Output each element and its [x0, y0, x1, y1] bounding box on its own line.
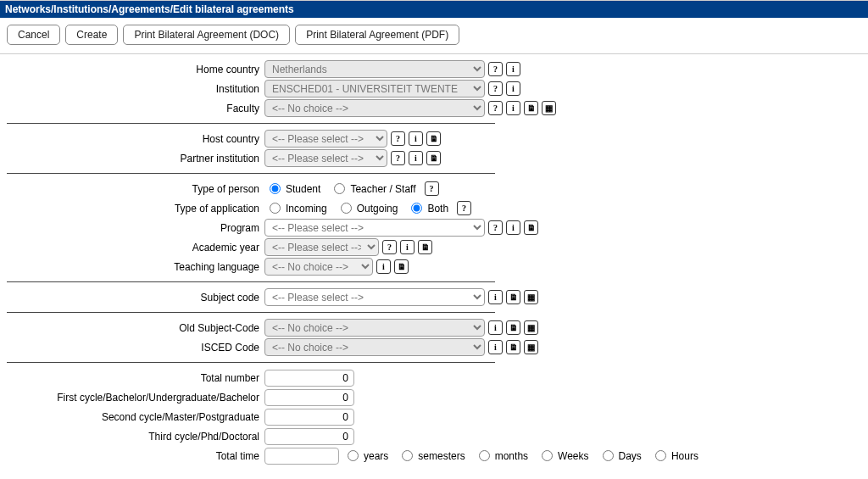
form-area: Home country Netherlands ? i Institution… — [0, 54, 868, 479]
help-icon[interactable]: ? — [382, 240, 397, 254]
radio-both[interactable] — [411, 203, 422, 214]
academic-year-select[interactable]: <-- Please select --> — [264, 238, 379, 256]
doc-icon[interactable]: 🗎 — [524, 220, 538, 235]
doc-icon[interactable]: 🗎 — [506, 290, 520, 304]
radio-label-outgoing: Outgoing — [357, 203, 398, 214]
info-icon[interactable]: i — [409, 131, 423, 146]
host-country-select[interactable]: <-- Please select --> — [264, 130, 387, 148]
radio-label-years: years — [364, 450, 388, 462]
radio-label-incoming: Incoming — [286, 203, 327, 214]
create-button[interactable]: Create — [65, 25, 118, 45]
label-program: Program — [3, 222, 264, 234]
label-total-number: Total number — [3, 372, 264, 384]
list-icon[interactable]: ▦ — [542, 101, 556, 115]
doc-icon[interactable]: 🗎 — [426, 151, 441, 165]
separator — [7, 362, 495, 363]
radio-weeks[interactable] — [542, 450, 553, 461]
help-icon[interactable]: ? — [457, 201, 471, 215]
radio-label-both: Both — [427, 203, 448, 214]
doc-icon[interactable]: 🗎 — [524, 101, 538, 115]
label-second-cycle: Second cycle/Master/Postgraduate — [3, 411, 264, 423]
info-icon[interactable]: i — [376, 259, 391, 274]
info-icon[interactable]: i — [488, 340, 503, 354]
help-icon[interactable]: ? — [391, 131, 405, 146]
label-host-country: Host country — [3, 133, 264, 145]
info-icon[interactable]: i — [506, 62, 520, 76]
doc-icon[interactable]: 🗎 — [394, 259, 409, 274]
partner-institution-select[interactable]: <-- Please select --> — [264, 149, 387, 167]
institution-select[interactable]: ENSCHED01 - UNIVERSITEIT TWENTE — [264, 80, 485, 97]
info-icon[interactable]: i — [488, 320, 503, 335]
cancel-button[interactable]: Cancel — [7, 25, 60, 45]
help-icon[interactable]: ? — [425, 181, 439, 196]
radio-student[interactable] — [270, 183, 281, 194]
label-partner-institution: Partner institution — [3, 153, 264, 164]
subject-code-select[interactable]: <-- Please select --> — [264, 288, 485, 306]
info-icon[interactable]: i — [488, 290, 503, 304]
label-type-of-application: Type of application — [3, 203, 264, 214]
print-doc-button[interactable]: Print Bilateral Agreement (DOC) — [123, 25, 290, 45]
radio-months[interactable] — [479, 450, 490, 461]
radio-label-days: Days — [619, 450, 642, 462]
program-select[interactable]: <-- Please select --> — [264, 219, 485, 237]
info-icon[interactable]: i — [506, 81, 520, 96]
total-number-input[interactable] — [264, 370, 354, 387]
radio-label-teacher: Teacher / Staff — [350, 183, 415, 195]
label-type-of-person: Type of person — [3, 183, 264, 195]
separator — [7, 173, 495, 174]
first-cycle-input[interactable] — [264, 389, 354, 406]
radio-semesters[interactable] — [402, 450, 413, 461]
list-icon[interactable]: ▦ — [524, 340, 538, 354]
radio-label-weeks: Weeks — [558, 450, 588, 462]
separator — [7, 123, 495, 124]
help-icon[interactable]: ? — [391, 151, 405, 165]
label-home-country: Home country — [3, 64, 264, 75]
label-academic-year: Academic year — [3, 242, 264, 253]
radio-teacher[interactable] — [334, 183, 345, 194]
teaching-language-select[interactable]: <-- No choice --> — [264, 258, 373, 276]
print-pdf-button[interactable]: Print Bilateral Agreement (PDF) — [295, 25, 459, 45]
isced-code-select[interactable]: <-- No choice --> — [264, 338, 485, 356]
radio-label-semesters: semesters — [418, 450, 465, 462]
label-subject-code: Subject code — [3, 292, 264, 304]
help-icon[interactable]: ? — [488, 62, 503, 76]
radio-outgoing[interactable] — [341, 203, 352, 214]
label-third-cycle: Third cycle/Phd/Doctoral — [3, 431, 264, 443]
radio-label-student: Student — [286, 183, 320, 195]
doc-icon[interactable]: 🗎 — [418, 240, 432, 254]
third-cycle-input[interactable] — [264, 428, 354, 445]
total-time-input[interactable] — [264, 448, 339, 465]
label-teaching-language: Teaching language — [3, 261, 264, 273]
info-icon[interactable]: i — [400, 240, 415, 254]
radio-years[interactable] — [348, 450, 359, 461]
label-first-cycle: First cycle/Bachelor/Undergraduate/Bache… — [3, 392, 264, 404]
info-icon[interactable]: i — [506, 220, 520, 235]
doc-icon[interactable]: 🗎 — [426, 131, 441, 146]
radio-hours[interactable] — [655, 450, 666, 461]
toolbar: Cancel Create Print Bilateral Agreement … — [0, 18, 868, 54]
radio-label-months: months — [495, 450, 528, 462]
info-icon[interactable]: i — [506, 101, 520, 115]
separator — [7, 312, 495, 313]
label-institution: Institution — [3, 83, 264, 95]
home-country-select[interactable]: Netherlands — [264, 60, 485, 78]
faculty-select[interactable]: <-- No choice --> — [264, 99, 485, 117]
second-cycle-input[interactable] — [264, 409, 354, 426]
radio-label-hours: Hours — [671, 450, 698, 462]
old-subject-code-select[interactable]: <-- No choice --> — [264, 319, 485, 337]
label-faculty: Faculty — [3, 103, 264, 114]
label-old-subject-code: Old Subject-Code — [3, 322, 264, 334]
doc-icon[interactable]: 🗎 — [506, 320, 520, 335]
breadcrumb: Networks/Institutions/Agreements/Edit bi… — [0, 0, 868, 18]
help-icon[interactable]: ? — [488, 101, 503, 115]
radio-days[interactable] — [603, 450, 614, 461]
help-icon[interactable]: ? — [488, 220, 503, 235]
doc-icon[interactable]: 🗎 — [506, 340, 520, 354]
label-isced-code: ISCED Code — [3, 342, 264, 354]
radio-incoming[interactable] — [270, 203, 281, 214]
list-icon[interactable]: ▦ — [524, 290, 538, 304]
label-total-time: Total time — [3, 450, 264, 462]
list-icon[interactable]: ▦ — [524, 320, 538, 335]
help-icon[interactable]: ? — [488, 81, 503, 96]
info-icon[interactable]: i — [409, 151, 423, 165]
